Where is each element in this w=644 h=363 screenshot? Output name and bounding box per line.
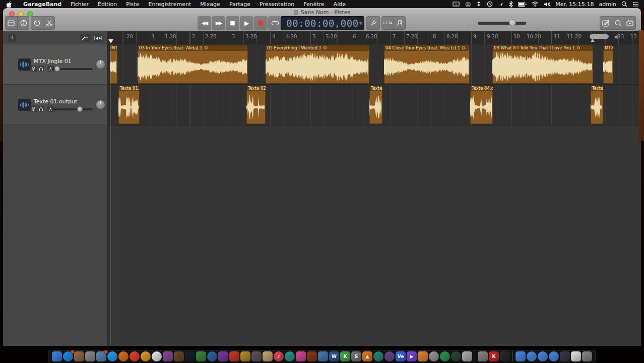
dock-icon-amber-app[interactable] [141,351,151,361]
track-1-name[interactable]: MTX Jingle 01 [34,58,72,65]
stop-button[interactable]: ■ [226,16,239,30]
count-in-button[interactable]: 1234 [381,16,394,30]
display-mirroring-icon[interactable]: 1 [453,2,460,7]
track-1-solo-button[interactable] [38,66,44,72]
lcd-display[interactable]: 00:00:00,000 ▼ [281,16,364,30]
audio-region-track2-2[interactable]: Texte 02.o [246,85,266,124]
audio-region-track1-4[interactable]: 04 Close Your Eyes (feat. Miss Li).1 [384,45,470,84]
timeline-ruler[interactable]: :2011:2022:2033:2044:2055:2066:2077:2088… [108,31,641,44]
horizontal-zoom-slider[interactable] [590,34,609,39]
time-machine-icon[interactable] [487,1,493,7]
volume-status-icon[interactable] [544,2,550,7]
audio-region-track1-6[interactable]: MTX [603,45,613,84]
menu-item-fichier[interactable]: Fichier [66,1,93,8]
dock-icon-textedit[interactable] [571,351,581,361]
cycle-button[interactable] [268,16,282,30]
dock-icon-pineapple-app[interactable] [240,351,250,361]
dock-icon-firefox[interactable] [118,351,128,361]
dock-icon-archive-box[interactable] [74,351,84,361]
menu-item-fenêtre[interactable]: Fenêtre [299,1,329,8]
track-1-mute-button[interactable] [30,66,37,72]
playhead-line[interactable] [110,44,110,346]
menubar-user[interactable]: admin [599,1,616,8]
dock-icon-wifi-green-app[interactable] [440,351,450,361]
menu-item-piste[interactable]: Piste [121,1,144,8]
menu-item-enregistrement[interactable]: Enregistrement [144,1,196,8]
audio-region-track2-1[interactable]: Texte 01.ou [118,85,140,124]
metronome-button[interactable] [394,16,406,30]
dock-icon-network-globe-2[interactable] [538,351,548,361]
tuner-button[interactable] [366,16,380,30]
dock-icon-network-globe-3[interactable] [549,351,559,361]
dock-icon-midi-keyboard-app[interactable] [500,351,510,361]
dock-icon-finder[interactable] [52,351,62,361]
bluetooth-icon[interactable] [509,1,513,8]
title-bar[interactable]: Sans Nom - Pistes ? ◀◀ ▶▶ ■ ▶ [3,8,641,31]
track-2-mute-button[interactable] [30,106,37,112]
dock-icon-s-gray-app[interactable]: S [351,351,361,361]
forward-button[interactable]: ▶▶ [212,16,225,30]
track-2-name[interactable]: Texte 01.output [34,98,77,105]
library-button[interactable] [5,16,17,30]
battery-icon[interactable] [518,2,527,7]
dock-icon-network-globe-1[interactable] [527,351,537,361]
menubar-clock[interactable]: Mer. 15:15:18 [555,1,594,8]
loop-browser-button[interactable] [612,16,624,30]
track-header-2[interactable]: Texte 01.output [3,85,107,125]
menu-item-partage[interactable]: Partage [225,1,255,8]
dock-icon-star-app[interactable] [218,351,228,361]
dock-icon-tv-app[interactable] [174,351,184,361]
track-2-volume-slider[interactable] [51,107,93,112]
record-button[interactable] [254,16,268,30]
dock-icon-trash[interactable] [582,351,592,361]
dock-icon-folder-blue[interactable] [516,351,526,361]
audio-region-track1-1[interactable]: MTX [110,45,117,84]
track-1-pan-knob[interactable] [96,59,105,69]
menu-app-name[interactable]: GarageBand [19,1,66,8]
dock-icon-word-app[interactable]: W [329,351,339,361]
dock-icon-film-reel-app[interactable] [384,351,395,361]
dock-icon-globe-teal-app[interactable] [373,351,383,361]
dock-icon-photos[interactable] [152,351,162,361]
dock-icon-k-green-app[interactable]: K [340,351,350,361]
dock-icon-ve-app[interactable]: Ve [396,351,406,361]
playhead-marker[interactable] [108,39,113,43]
dock-icon-app-store[interactable] [63,351,73,361]
at-status-icon[interactable]: @ [465,1,471,8]
dropbox-icon[interactable] [476,1,482,7]
dock-icon-wave-app[interactable] [207,351,217,361]
dock-icon-mail-photo[interactable] [96,351,106,361]
dock-icon-photo-fire[interactable] [307,351,317,361]
track-1-volume-slider[interactable] [51,67,93,72]
dock-icon-drive-dark[interactable] [560,351,570,361]
dock-icon-keychain[interactable] [478,351,488,361]
dock-icon-globe-dark-app[interactable] [451,351,461,361]
audio-region-track2-4[interactable]: Texte 04.out [470,85,493,124]
track-1-icon[interactable] [18,58,31,71]
dock-icon-k-red-app[interactable]: K [489,351,499,361]
automation-button[interactable] [80,34,91,42]
notepad-button[interactable] [600,16,612,30]
track-header-1[interactable]: MTX Jingle 01 [3,44,107,85]
menu-item-présentation[interactable]: Présentation [255,1,299,8]
smart-controls-knob-button[interactable] [31,16,43,30]
notification-center-icon[interactable] [632,2,639,7]
input-source-icon[interactable] [498,1,504,7]
dock-icon-utility-gray[interactable] [85,351,95,361]
audio-region-track2-3[interactable]: Texte 03 [369,85,382,124]
dock-icon-art-app[interactable] [296,351,306,361]
audio-region-track1-2[interactable]: 03 In Your Eyes (feat. Alida).1 [138,45,248,84]
dock-icon-car-game[interactable] [196,351,206,361]
dock-icon-apple-red-app[interactable] [229,351,239,361]
rewind-button[interactable]: ◀◀ [198,16,211,30]
track-2-solo-button[interactable] [38,106,44,112]
dock-icon-safari[interactable] [107,351,117,361]
track-1-lane[interactable]: MTX03 In Your Eyes (feat. Alida).105 Eve… [108,44,641,85]
audio-region-track1-3[interactable]: 05 Everything I Wanted.1 [266,45,369,84]
dock-icon-doc-orange-app[interactable] [418,351,428,361]
dock-icon-sphere-gray-app[interactable] [429,351,439,361]
editors-scissors-button[interactable] [43,16,55,30]
dock-icon-camera-app[interactable] [251,351,262,361]
dock-icon-sonar-app[interactable] [185,351,195,361]
lcd-chevron-down-icon[interactable]: ▼ [359,21,362,26]
